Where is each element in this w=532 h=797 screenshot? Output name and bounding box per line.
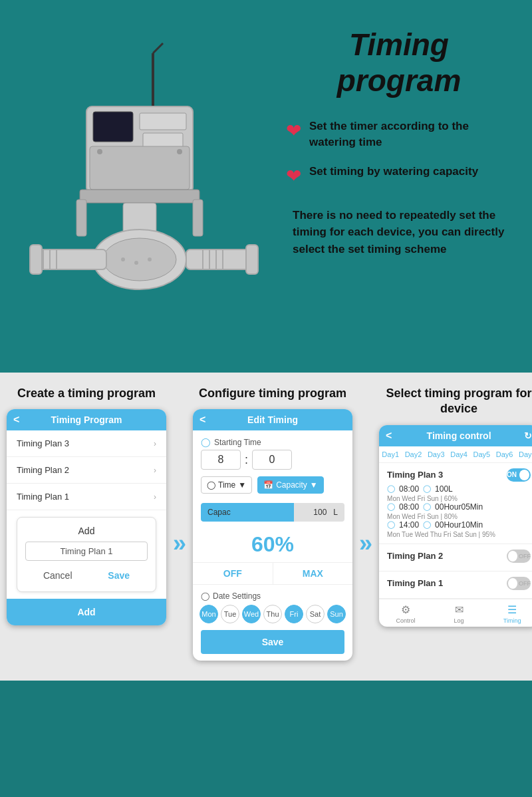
svg-rect-9: [80, 190, 200, 203]
plan-2-item: Timing Plan 2 OFF: [379, 544, 532, 571]
nav-timing[interactable]: ☰ Timing: [485, 603, 532, 624]
max-button[interactable]: MAX: [273, 563, 353, 584]
day-tab-6[interactable]: Day6: [493, 446, 515, 462]
svg-point-26: [148, 257, 152, 261]
refresh-icon[interactable]: ↻: [524, 430, 532, 441]
date-settings-label: ◯ Date Settings: [193, 591, 352, 605]
modal-buttons: Cancel Save: [25, 567, 148, 583]
step-3-title: Select timing program for device: [379, 386, 532, 417]
steps-container: Create a timing program < Timing Program…: [7, 386, 525, 661]
nav-log[interactable]: ✉ Log: [432, 603, 485, 624]
page-title: Timing program: [286, 27, 512, 98]
heart-icon-2: ❤: [286, 165, 301, 187]
time-colon: :: [245, 453, 248, 467]
plan-1-toggle[interactable]: OFF: [507, 577, 531, 590]
svg-rect-18: [186, 249, 253, 269]
svg-rect-17: [30, 245, 42, 274]
weekday-mon[interactable]: Mon: [200, 605, 218, 623]
svg-point-25: [134, 261, 138, 265]
entry-clock-icon-1: ◯: [387, 484, 395, 493]
add-button[interactable]: Add: [7, 599, 166, 625]
back-arrow-3-icon: <: [386, 430, 392, 442]
svg-rect-3: [93, 112, 133, 142]
feature-text-2: Set timing by watering capacity: [309, 164, 478, 180]
weekday-sun[interactable]: Sun: [327, 605, 346, 623]
plan-2-toggle[interactable]: OFF: [507, 550, 531, 563]
nav-log-icon: ✉: [455, 603, 464, 616]
entry-dur-icon-3: ◯: [423, 520, 431, 529]
nav-control-icon: ⚙: [401, 603, 410, 616]
hour-input[interactable]: 8: [201, 450, 241, 470]
add-modal-input[interactable]: Timing Plan 1: [25, 542, 148, 561]
step-1-title: Create a timing program: [17, 386, 156, 401]
chevron-icon-2: ›: [154, 466, 156, 475]
phone-1-header: < Timing Program: [7, 409, 166, 430]
weekday-tue[interactable]: Tue: [221, 605, 239, 623]
toggle-off-label-1: OFF: [519, 580, 531, 587]
weekday-fri[interactable]: Fri: [285, 605, 303, 623]
day-tab-4[interactable]: Day4: [448, 446, 470, 462]
off-button[interactable]: OFF: [193, 563, 273, 584]
plan-3-toggle[interactable]: ON: [507, 468, 531, 482]
weekday-wed[interactable]: Wed: [242, 605, 261, 623]
day-tab-1[interactable]: Day1: [379, 446, 402, 462]
date-icon: ◯: [201, 591, 209, 601]
time-dropdown[interactable]: ◯ Time ▼: [201, 476, 252, 494]
plan-1-item: Timing Plan 1 OFF: [379, 571, 532, 599]
toggle-knob-1: [508, 578, 517, 589]
list-item-1[interactable]: Timing Plan 3 ›: [7, 430, 166, 457]
svg-rect-23: [246, 245, 258, 274]
entry-dur-2: 00Hour05Min: [435, 502, 483, 512]
svg-line-1: [153, 43, 163, 53]
svg-rect-6: [90, 146, 190, 190]
nav-log-label: Log: [454, 617, 464, 624]
minute-input[interactable]: 0: [252, 450, 292, 470]
device-image-area: [0, 13, 279, 353]
svg-rect-28: [193, 200, 203, 236]
capacity-dropdown[interactable]: 📅 Capacity ▼: [257, 476, 324, 494]
day-tab-7[interactable]: Day7: [516, 446, 532, 462]
list-item-1-label: Timing Plan 3: [17, 438, 69, 448]
weekday-sat[interactable]: Sat: [306, 605, 325, 623]
top-section: Timing program ❤ Set the timer according…: [0, 0, 532, 373]
entry-time-1: 08:00: [399, 484, 419, 494]
dropdown-arrow-icon: ▼: [238, 480, 246, 490]
weekday-row: Mon Tue Wed Thu Fri Sat Sun: [193, 605, 352, 630]
weekday-thu[interactable]: Thu: [263, 605, 282, 623]
list-item-3[interactable]: Timing Plan 1 ›: [7, 484, 166, 510]
description-text: There is no need to repeatedly set the t…: [286, 207, 512, 258]
plan-1-name: Timing Plan 1: [387, 578, 443, 588]
save-button[interactable]: Save: [97, 567, 140, 583]
day-tab-5[interactable]: Day5: [470, 446, 493, 462]
list-item-2[interactable]: Timing Plan 2 ›: [7, 457, 166, 484]
starting-time-label: ◯ Starting Time: [201, 437, 344, 447]
arrow-2: »: [359, 530, 372, 558]
clock-icon: ◯: [201, 437, 211, 447]
chevron-icon-1: ›: [154, 439, 156, 448]
phone-3-header-title: Timing control: [427, 430, 491, 441]
time-clock-icon: ◯: [207, 480, 215, 490]
feature-item-1: ❤ Set the timer according to the waterin…: [286, 118, 512, 150]
feature-item-2: ❤ Set timing by watering capacity: [286, 164, 512, 187]
svg-point-24: [121, 257, 125, 261]
svg-point-12: [103, 238, 176, 281]
entry-time-3: 14:00: [399, 520, 419, 530]
plan-entry-2: ◯ 08:00 ◯ 00Hour05Min: [387, 502, 531, 512]
back-arrow-icon: <: [13, 414, 19, 426]
phone-2-header: < Edit Timing: [193, 409, 352, 430]
svg-point-8: [177, 149, 182, 154]
day-tab-3[interactable]: Day3: [425, 446, 448, 462]
phone2-save-button[interactable]: Save: [201, 630, 344, 654]
capacity-arrow-icon: ▼: [310, 480, 318, 490]
entry-dur-3: 00Hour10Min: [435, 520, 483, 530]
nav-control[interactable]: ⚙ Control: [379, 603, 432, 624]
svg-point-7: [97, 149, 102, 154]
svg-rect-4: [140, 113, 186, 130]
edit-section: ◯ Starting Time 8 : 0 ◯ Time ▼: [193, 430, 352, 503]
phone-1-header-title: Timing Program: [51, 414, 122, 425]
phone-3-frame: < Timing control ↻ Day1 Day2 Day3 Day4 D…: [379, 425, 532, 627]
day-tab-2[interactable]: Day2: [402, 446, 424, 462]
nav-timing-icon: ☰: [507, 603, 517, 616]
cancel-button[interactable]: Cancel: [33, 567, 83, 583]
nav-control-label: Control: [396, 617, 416, 624]
